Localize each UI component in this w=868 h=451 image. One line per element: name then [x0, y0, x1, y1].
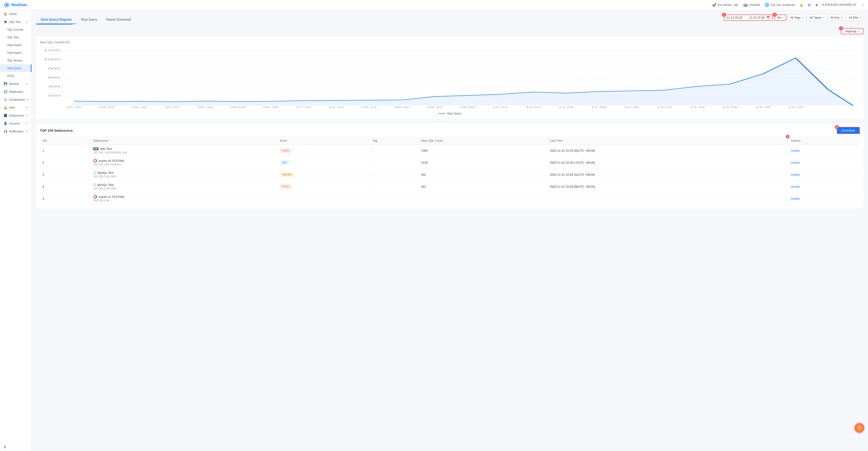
filter-all[interactable]: 2 All ▼ [775, 15, 786, 21]
topbar-right: 🚀 Get Started 3/5 🤖 ChatDBA 🌐 SQL Dev. E… [712, 3, 864, 7]
sidebar-item-datasource[interactable]: 🗄️ Datasource ▼ [0, 112, 31, 119]
row-env [277, 193, 370, 205]
chart-svg: 1200 1000 800 600 400 200 [40, 47, 860, 110]
code-icon: 💻 [4, 20, 7, 24]
logo[interactable]: NineData [4, 2, 27, 8]
brand-icon[interactable]: ◆ [815, 3, 817, 6]
sidebar-item-label: Home [9, 12, 17, 16]
sql-dev-enterprise-btn[interactable]: 🌐 SQL Dev. Enterprise [765, 3, 795, 7]
row-datasource: DB DB2-Test 192.168.2.48:50000/nd_test [91, 145, 277, 157]
row-tag: - [370, 145, 418, 157]
sidebar-item-slow-query[interactable]: Slow Query [0, 64, 31, 72]
svg-text:1200: 1200 [44, 49, 60, 52]
row-slow-sql-count: 201 [418, 180, 547, 193]
table-row: 5 ⭕ oracle-11-TESTING 192.168.2.86:... [40, 193, 860, 205]
details-link[interactable]: Details [791, 149, 800, 152]
db2-icon: DB [93, 147, 98, 150]
tab-slow-query[interactable]: Slow Query [76, 16, 102, 24]
row-last-time: 2023-11-22 15:25:09(UTC +08:00) [547, 180, 788, 193]
svg-text:06:38: 06:38 [263, 106, 278, 108]
svg-text:1000: 1000 [44, 58, 60, 61]
svg-text:03:26: 03:26 [66, 106, 82, 108]
sidebar-item-alert[interactable]: 🔔 Alert ▼ [0, 104, 31, 112]
details-link[interactable]: Details [791, 173, 800, 176]
row-datasource: ⬡ MySQL-Test 192.168.2.88:3306 [91, 180, 277, 193]
support-avatar[interactable]: 😊 [855, 423, 864, 433]
date-range-filter[interactable]: 1 11-22 03:26 → 11-22 15:26 📅 [724, 15, 773, 21]
docs-icon[interactable]: 📄 [861, 3, 864, 6]
sidebar-item-notification[interactable]: 📢 Notification ▼ [0, 128, 31, 135]
row-datasource: ⭕ oracle-11-TESTING 192.168.2.86:... [91, 193, 277, 205]
filter-all-types[interactable]: All Types ▼ [808, 15, 827, 20]
svg-text:07:10: 07:10 [296, 106, 311, 108]
sidebar-collapse-btn[interactable]: ☰ [0, 443, 31, 451]
col-envir: Envir. [277, 137, 370, 145]
sidebar: 🏠 Home 💻 SQL Dev ▲ SQL Console SQL Task … [0, 10, 32, 451]
comparison-icon: ⚖️ [4, 98, 7, 101]
details-link[interactable]: Details [791, 161, 800, 164]
tags-chevron-icon: ▼ [801, 16, 804, 19]
filter-all-tags[interactable]: All Tags ▼ [788, 15, 806, 20]
row-last-time: 2023-11-22 15:20:17(UTC +08:00) [547, 157, 788, 169]
chevron-down-icon3: ▼ [26, 106, 28, 109]
chevron-down-icon2: ▼ [27, 98, 29, 101]
ungroup-button[interactable]: 3 Ungroup ▼ [841, 28, 864, 34]
row-slow-sql-count [418, 193, 547, 205]
content-area: Slow Query Diagram Slow Query Report Dow… [32, 10, 868, 451]
col-tag: Tag [370, 137, 418, 145]
filter-all-ds[interactable]: All DSs ▼ [846, 15, 864, 20]
row-tag: - [370, 157, 418, 169]
row-env: PROD [277, 180, 370, 193]
row-tag [370, 193, 418, 205]
filter-badge-3: 3 [839, 26, 843, 30]
filter-all-env[interactable]: All Env ▼ [828, 15, 845, 20]
sidebar-item-sql-dev[interactable]: 💻 SQL Dev ▲ [0, 18, 31, 26]
details-link[interactable]: Details [791, 197, 800, 200]
svg-text:05:34: 05:34 [197, 106, 213, 108]
chevron-down-icon: ▼ [26, 83, 28, 85]
sidebar-item-comparison[interactable]: ⚖️ Comparison ▼ [0, 96, 31, 104]
chevron-down-icon5: ▼ [26, 122, 28, 125]
app-name: NineData [11, 3, 27, 7]
notification-icon[interactable]: 🔔 [800, 3, 803, 6]
sidebar-item-backup[interactable]: 💾 Backup ▼ [0, 80, 31, 88]
sidebar-item-replication[interactable]: 🔄 Replication [0, 88, 31, 96]
tabs: Slow Query Diagram Slow Query Report Dow… [36, 16, 135, 24]
svg-text:03:58: 03:58 [99, 106, 115, 108]
download-button[interactable]: 4 Download [837, 127, 860, 134]
calendar-icon[interactable]: 📅 [766, 16, 770, 19]
filter-badge-2: 2 [773, 13, 777, 17]
row-actions: Details [788, 180, 860, 193]
row-env: PROD [277, 145, 370, 157]
tab-report-download[interactable]: Report Download [102, 16, 135, 24]
get-started-btn[interactable]: 🚀 Get Started 3/5 [712, 3, 739, 7]
settings-icon[interactable]: ⚙️ [808, 3, 811, 6]
account-icon: 👤 [4, 122, 7, 125]
tab-slow-query-diagram[interactable]: Slow Query Diagram [36, 16, 76, 24]
ds-chevron-icon: ▼ [859, 16, 862, 19]
ungroup-chevron-icon: ▼ [857, 30, 859, 32]
col-datasource: Datasource [91, 137, 277, 145]
row-no: 3 [40, 169, 91, 180]
sidebar-item-home[interactable]: 🏠 Home [0, 10, 31, 18]
notification-bell-icon: 📢 [4, 130, 7, 133]
sidebar-item-data-export[interactable]: Data Export [0, 41, 31, 49]
sidebar-item-sql-task[interactable]: SQL Task [0, 33, 31, 41]
all-chevron-icon: ▼ [781, 16, 784, 19]
chatdba-btn[interactable]: 🤖 ChatDBA [743, 3, 760, 7]
sidebar-item-sql-console[interactable]: SQL Console [0, 26, 31, 33]
table-header: TOP 100 Datasource 4 Download [40, 127, 860, 134]
sidebar-item-label: SQL Dev [9, 20, 21, 24]
sidebar-item-account[interactable]: 👤 Account ▼ [0, 119, 31, 128]
company-name[interactable]: 玖章算术(浙江)科技有限公司 [822, 3, 857, 7]
sidebar-item-sql-review[interactable]: SQL Review [0, 57, 31, 64]
row-slow-sql-count: 202 [418, 169, 547, 180]
sidebar-item-data-import[interactable]: Data Import [0, 49, 31, 57]
details-link[interactable]: Details [791, 185, 800, 188]
datasource-table: NO. Datasource Envir. Tag Slow SQL Count… [40, 137, 860, 205]
svg-text:15:10: 15:10 [788, 106, 803, 108]
mysql-icon: ⬡ [93, 171, 96, 174]
svg-text:13:02: 13:02 [657, 106, 672, 108]
filter-bar: 1 11-22 03:26 → 11-22 15:26 📅 2 All ▼ Al… [724, 15, 864, 21]
sidebar-item-dsql[interactable]: DSQL [0, 72, 31, 80]
